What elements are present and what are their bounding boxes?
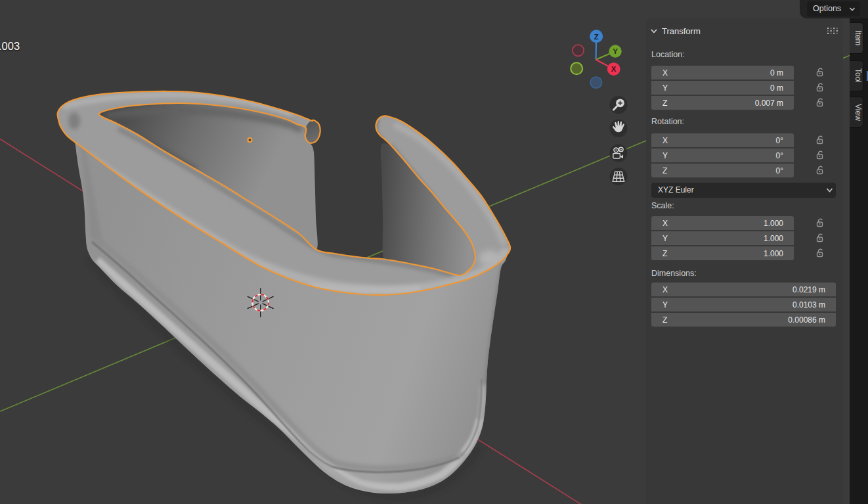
- svg-text:Z: Z: [594, 33, 599, 41]
- svg-text:Y: Y: [613, 47, 618, 55]
- svg-text:X: X: [611, 65, 617, 73]
